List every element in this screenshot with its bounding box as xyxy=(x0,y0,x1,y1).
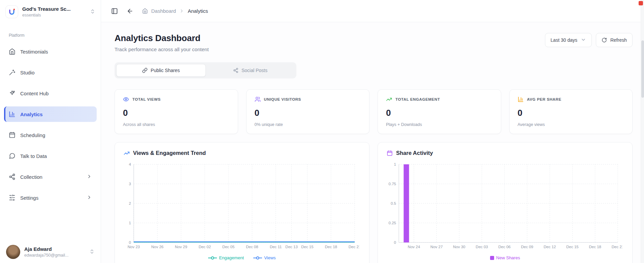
legend-item-new-shares: New Shares xyxy=(490,255,520,260)
bar-chart: 00.250.50.751Nov 24Nov 27Nov 30Dec 03Dec… xyxy=(387,162,622,254)
svg-text:3: 3 xyxy=(129,182,131,186)
svg-text:Dec 13: Dec 13 xyxy=(285,245,297,249)
legend-label: Views xyxy=(264,255,276,260)
user-email: edwardaja750@gmail... xyxy=(24,253,85,258)
stat-label: AVG PER SHARE xyxy=(527,97,561,101)
main-area: Dashboard Analytics Analytics Dashboard … xyxy=(101,0,644,263)
sidebar-item-label: Testimonials xyxy=(20,49,48,55)
svg-text:0: 0 xyxy=(394,240,396,244)
scrollbar-thumb[interactable] xyxy=(641,40,644,98)
home-icon xyxy=(9,48,15,55)
stat-subtext: 0% unique rate xyxy=(255,122,361,127)
svg-text:0.75: 0.75 xyxy=(389,182,396,186)
trending-up-icon xyxy=(124,150,130,156)
workspace-name: God's Treasure Sc... xyxy=(22,6,86,12)
sidebar-item-label: Talk to Data xyxy=(20,153,47,159)
sidebar-item-label: Settings xyxy=(20,195,38,201)
charts-row: Views & Engagement Trend 01234Nov 23Nov … xyxy=(115,142,633,263)
breadcrumb-current: Analytics xyxy=(188,8,208,14)
sidebar-item-content-hub[interactable]: Content Hub xyxy=(4,86,97,101)
chevron-right-icon xyxy=(87,195,92,201)
svg-text:Dec 21: Dec 21 xyxy=(349,245,359,249)
line-chart: 01234Nov 23Nov 26Nov 29Dec 02Dec 05Dec 0… xyxy=(124,162,359,254)
bar-chart-icon xyxy=(518,96,524,102)
eye-icon xyxy=(123,96,129,102)
alert-indicator xyxy=(639,1,643,5)
message-circle-icon xyxy=(9,153,15,159)
workspace-selector[interactable]: God's Treasure Sc... essentials xyxy=(0,0,101,23)
tab-label: Social Posts xyxy=(242,68,267,73)
svg-text:Dec 18: Dec 18 xyxy=(589,245,601,249)
svg-text:Dec 15: Dec 15 xyxy=(301,245,313,249)
sidebar-item-collection[interactable]: Collection xyxy=(4,169,97,185)
share-nodes-icon xyxy=(233,68,238,73)
svg-text:Dec 12: Dec 12 xyxy=(544,245,556,249)
sidebar-item-talk-to-data[interactable]: Talk to Data xyxy=(4,148,97,164)
svg-text:1: 1 xyxy=(394,162,396,166)
page-subtitle: Track performance across all your conten… xyxy=(115,46,209,52)
svg-text:Dec 15: Dec 15 xyxy=(566,245,578,249)
svg-text:Dec 02: Dec 02 xyxy=(199,245,211,249)
line-marker-icon xyxy=(208,256,217,260)
stat-value: 0 xyxy=(386,108,493,118)
breadcrumb-root[interactable]: Dashboard xyxy=(151,8,176,14)
stat-subtext: Average views xyxy=(518,122,624,127)
sidebar-item-analytics[interactable]: Analytics xyxy=(4,106,97,122)
workspace-plan: essentials xyxy=(22,13,86,18)
svg-text:Nov 26: Nov 26 xyxy=(151,245,163,249)
app-root: God's Treasure Sc... essentials Platform… xyxy=(0,0,644,263)
sidebar-item-studio[interactable]: Studio xyxy=(4,65,97,80)
sidebar-item-label: Studio xyxy=(20,70,35,75)
panel-left-icon xyxy=(111,8,118,14)
sidebar-item-scheduling[interactable]: Scheduling xyxy=(4,127,97,143)
chevron-down-icon xyxy=(581,37,586,43)
avatar xyxy=(6,245,20,259)
date-range-select[interactable]: Last 30 days xyxy=(545,33,592,47)
line-marker-icon xyxy=(253,256,262,260)
tab-label: Public Shares xyxy=(151,68,180,73)
svg-text:4: 4 xyxy=(129,162,131,166)
wand-icon xyxy=(9,69,15,76)
svg-text:0.25: 0.25 xyxy=(389,221,396,225)
svg-text:Nov 24: Nov 24 xyxy=(408,245,420,249)
stat-label: TOTAL VIEWS xyxy=(132,97,161,101)
home-icon[interactable] xyxy=(142,8,148,14)
svg-text:1: 1 xyxy=(129,221,131,225)
svg-text:Dec 09: Dec 09 xyxy=(521,245,533,249)
back-button[interactable] xyxy=(127,8,133,14)
views-engagement-chart-card: Views & Engagement Trend 01234Nov 23Nov … xyxy=(115,142,369,263)
stat-card-avg-per-share: AVG PER SHARE 0 Average views xyxy=(509,89,633,134)
user-name: Aja Edward xyxy=(24,246,85,252)
stats-row: TOTAL VIEWS 0 Across all shares UNIQUE V… xyxy=(115,89,633,134)
stat-card-total-views: TOTAL VIEWS 0 Across all shares xyxy=(115,89,238,134)
svg-text:Nov 23: Nov 23 xyxy=(128,245,140,249)
tab-public-shares[interactable]: Public Shares xyxy=(116,64,206,77)
share-activity-chart-card: Share Activity 00.250.50.751Nov 24Nov 27… xyxy=(378,142,633,263)
sidebar-item-settings[interactable]: Settings xyxy=(4,190,97,205)
stat-label: TOTAL ENGAGEMENT xyxy=(395,97,440,101)
stat-value: 0 xyxy=(518,108,624,118)
sidebar-item-label: Analytics xyxy=(20,111,43,117)
svg-text:Nov 27: Nov 27 xyxy=(430,245,443,249)
refresh-button[interactable]: Refresh xyxy=(596,33,633,47)
chevron-right-icon xyxy=(179,8,184,13)
chart-legend: New Shares xyxy=(387,255,623,260)
calendar-icon xyxy=(387,150,393,156)
legend-item-engagement: Engagement xyxy=(208,255,244,260)
svg-text:Dec 06: Dec 06 xyxy=(498,245,511,249)
sidebar-section-label: Platform xyxy=(0,33,101,38)
sidebar-menu: Testimonials Studio Content Hub Analytic… xyxy=(0,41,101,208)
legend-label: Engagement xyxy=(219,255,244,260)
sidebar-item-testimonials[interactable]: Testimonials xyxy=(4,44,97,59)
svg-text:Dec 21: Dec 21 xyxy=(612,245,622,249)
stat-subtext: Plays + Downloads xyxy=(386,122,493,127)
svg-text:0.5: 0.5 xyxy=(391,201,396,205)
stat-card-total-engagement: TOTAL ENGAGEMENT 0 Plays + Downloads xyxy=(378,89,501,134)
breadcrumb: Dashboard Analytics xyxy=(142,8,208,14)
user-menu[interactable]: Aja Edward edwardaja750@gmail... xyxy=(0,240,101,263)
stat-label: UNIQUE VISITORS xyxy=(264,97,301,101)
tab-social-posts[interactable]: Social Posts xyxy=(206,64,295,77)
square-marker-icon xyxy=(490,256,494,260)
svg-text:Nov 29: Nov 29 xyxy=(175,245,187,249)
sidebar-toggle-button[interactable] xyxy=(111,8,118,14)
